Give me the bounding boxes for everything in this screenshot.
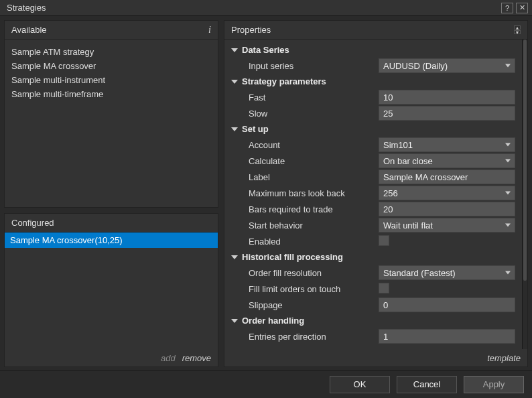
chevron-down-icon	[505, 271, 511, 275]
titlebar: Strategies ? ✕	[0, 0, 532, 16]
template-link[interactable]: template	[487, 353, 521, 363]
available-item[interactable]: Sample MA crossover	[6, 59, 216, 73]
apply-button[interactable]: Apply	[464, 376, 524, 393]
label-max-bars: Maximum bars look back	[224, 188, 379, 198]
properties-list: Data Series Input series AUDUSD (Daily) …	[224, 40, 527, 349]
row-account: Account Sim101	[224, 137, 519, 153]
group-historical-fill[interactable]: Historical fill processing	[224, 249, 519, 265]
fast-input[interactable]	[379, 90, 515, 105]
group-setup[interactable]: Set up	[224, 121, 519, 137]
add-link[interactable]: add	[161, 353, 176, 363]
label-calculate: Calculate	[224, 156, 379, 166]
right-column: Properties ▲ ▼ Data Series Input series …	[224, 20, 528, 367]
chevron-down-icon	[505, 224, 511, 227]
configured-item[interactable]: Sample MA crossover(10,25)	[5, 233, 218, 248]
bars-required-input[interactable]	[379, 202, 515, 216]
dialog-buttons: OK Cancel Apply	[0, 370, 532, 398]
properties-scrollbar[interactable]	[522, 40, 527, 349]
label-input[interactable]	[379, 170, 515, 184]
row-fill-limit: Fill limit orders on touch	[224, 281, 519, 297]
properties-spinner[interactable]: ▲ ▼	[514, 25, 521, 34]
configured-footer: add remove	[5, 349, 218, 367]
properties-header: Properties ▲ ▼	[224, 21, 527, 40]
slippage-input[interactable]	[379, 297, 515, 312]
window-title: Strategies	[7, 3, 498, 13]
slow-input[interactable]	[379, 106, 515, 121]
row-order-fill: Order fill resolution Standard (Fastest)	[224, 265, 519, 281]
info-icon[interactable]: i	[208, 25, 211, 36]
label-slow: Slow	[224, 109, 379, 119]
label-fill-limit: Fill limit orders on touch	[224, 284, 379, 294]
available-panel: Available i Sample ATM strategy Sample M…	[4, 20, 218, 208]
content-area: Available i Sample ATM strategy Sample M…	[0, 16, 532, 370]
left-column: Available i Sample ATM strategy Sample M…	[4, 20, 218, 367]
row-input-series: Input series AUDUSD (Daily)	[224, 58, 519, 74]
row-fast: Fast	[224, 89, 519, 105]
group-strategy-parameters[interactable]: Strategy parameters	[224, 74, 519, 89]
chevron-down-icon	[231, 127, 238, 131]
order-fill-select[interactable]: Standard (Fastest)	[379, 265, 515, 280]
label-label: Label	[224, 172, 379, 182]
fill-limit-checkbox[interactable]	[379, 283, 389, 293]
chevron-down-icon	[505, 64, 511, 68]
label-entries-per-direction: Entries per direction	[224, 332, 379, 342]
row-slow: Slow	[224, 105, 519, 121]
row-calculate: Calculate On bar close	[224, 153, 519, 169]
label-fast: Fast	[224, 92, 379, 103]
row-bars-required: Bars required to trade	[224, 201, 519, 217]
available-item[interactable]: Sample ATM strategy	[6, 45, 216, 59]
chevron-down-icon	[231, 80, 238, 84]
remove-link[interactable]: remove	[182, 353, 211, 363]
chevron-down-icon	[231, 48, 238, 52]
available-header: Available i	[5, 21, 218, 40]
label-account: Account	[224, 140, 379, 150]
strategies-dialog: Strategies ? ✕ Available i Sample ATM st…	[0, 0, 532, 398]
max-bars-select[interactable]: 256	[379, 186, 515, 200]
label-order-fill: Order fill resolution	[224, 268, 379, 278]
row-entries-per-direction: Entries per direction	[224, 328, 519, 344]
properties-panel: Properties ▲ ▼ Data Series Input series …	[224, 20, 528, 367]
chevron-down-icon	[505, 192, 511, 195]
row-max-bars: Maximum bars look back 256	[224, 185, 519, 201]
row-enabled: Enabled	[224, 233, 519, 249]
configured-list[interactable]: Sample MA crossover(10,25)	[5, 233, 218, 349]
properties-footer: template	[224, 349, 527, 367]
available-list[interactable]: Sample ATM strategy Sample MA crossover …	[5, 40, 218, 207]
chevron-down-icon	[505, 143, 511, 147]
label-slippage: Slippage	[224, 300, 379, 310]
group-order-handling[interactable]: Order handling	[224, 313, 519, 328]
available-item[interactable]: Sample multi-instrument	[6, 73, 216, 87]
label-bars-required: Bars required to trade	[224, 204, 379, 214]
help-button[interactable]: ?	[501, 3, 513, 13]
entries-per-direction-input[interactable]	[379, 329, 515, 344]
available-item[interactable]: Sample multi-timeframe	[6, 87, 216, 101]
account-select[interactable]: Sim101	[379, 137, 515, 152]
spin-up-icon[interactable]: ▲	[514, 25, 521, 29]
cancel-button[interactable]: Cancel	[397, 376, 457, 393]
label-input-series: Input series	[224, 61, 379, 71]
calculate-select[interactable]: On bar close	[379, 153, 515, 168]
chevron-down-icon	[231, 319, 238, 323]
row-slippage: Slippage	[224, 297, 519, 313]
start-behavior-select[interactable]: Wait until flat	[379, 218, 515, 233]
available-title: Available	[11, 25, 47, 35]
close-button[interactable]: ✕	[516, 3, 528, 13]
scrollbar-thumb[interactable]	[523, 40, 527, 281]
chevron-down-icon	[505, 159, 511, 163]
group-data-series[interactable]: Data Series	[224, 42, 519, 58]
properties-title: Properties	[231, 25, 271, 35]
row-label: Label	[224, 169, 519, 185]
configured-title: Configured	[11, 218, 54, 228]
input-series-select[interactable]: AUDUSD (Daily)	[379, 58, 515, 73]
ok-button[interactable]: OK	[330, 376, 390, 393]
configured-panel: Configured Sample MA crossover(10,25) ad…	[4, 213, 218, 367]
configured-header: Configured	[5, 214, 218, 233]
spin-down-icon[interactable]: ▼	[514, 30, 521, 34]
label-enabled: Enabled	[224, 237, 379, 247]
enabled-checkbox[interactable]	[379, 235, 389, 246]
row-start-behavior: Start behavior Wait until flat	[224, 217, 519, 233]
chevron-down-icon	[231, 255, 238, 259]
label-start-behavior: Start behavior	[224, 220, 379, 230]
